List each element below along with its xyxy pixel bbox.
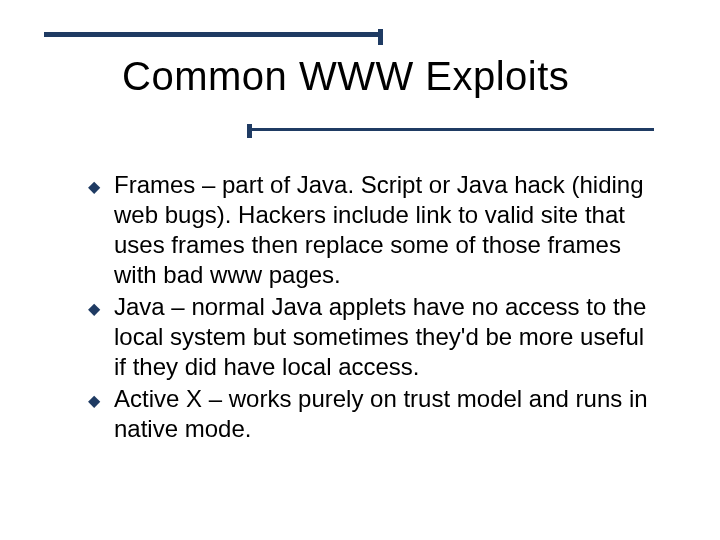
list-item: ◆ Java – normal Java applets have no acc… (88, 292, 660, 382)
diamond-bullet-icon: ◆ (88, 172, 100, 202)
slide-body: ◆ Frames – part of Java. Script or Java … (88, 170, 660, 446)
list-item: ◆ Active X – works purely on trust model… (88, 384, 660, 444)
list-item-text: Java – normal Java applets have no acces… (114, 292, 660, 382)
top-rule-tick (378, 29, 383, 45)
slide-title: Common WWW Exploits (122, 54, 569, 99)
list-item-text: Active X – works purely on trust model a… (114, 384, 660, 444)
list-item: ◆ Frames – part of Java. Script or Java … (88, 170, 660, 290)
list-item-text: Frames – part of Java. Script or Java ha… (114, 170, 660, 290)
diamond-bullet-icon: ◆ (88, 294, 100, 324)
top-rule-decoration (44, 32, 380, 37)
diamond-bullet-icon: ◆ (88, 386, 100, 416)
mid-rule-tick (247, 124, 252, 138)
slide: Common WWW Exploits ◆ Frames – part of J… (0, 0, 720, 540)
mid-rule-decoration (252, 128, 654, 131)
